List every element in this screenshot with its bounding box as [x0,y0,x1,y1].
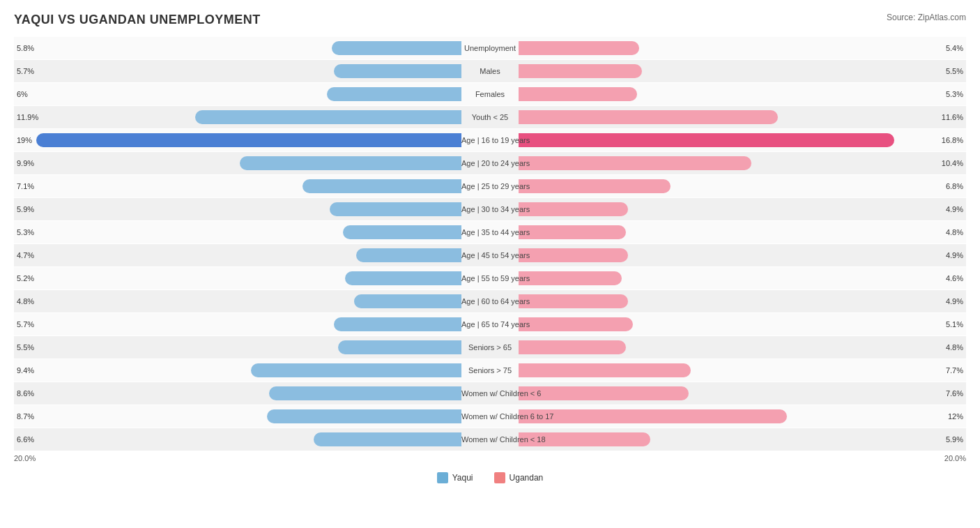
right-half: 11.6% [519,106,966,128]
left-half: 5.9% [14,198,461,220]
table-row: 5.5% Seniors > 65 4.8% [14,336,966,359]
left-bar [338,340,461,354]
left-value: 5.8% [17,44,34,52]
left-bar [36,133,461,147]
table-row: 7.1% Age | 25 to 29 years 6.8% [14,175,966,197]
axis-right: 20.0% [944,454,966,462]
table-row: 4.7% Age | 45 to 54 years 4.9% [14,244,966,266]
right-value: 5.5% [946,67,963,75]
right-value: 5.3% [946,90,963,98]
right-value: 7.7% [946,366,963,375]
table-row: 4.8% Age | 60 to 64 years 4.9% [14,290,966,312]
left-half: 11.9% [14,106,461,128]
right-bar [519,409,787,423]
chart-header: YAQUI VS UGANDAN UNEMPLOYMENT Source: Zi… [14,13,966,27]
right-value: 10.4% [942,159,963,167]
row-label: Age | 65 to 74 years [461,320,519,329]
left-half: 9.4% [14,359,461,382]
left-bar [354,294,461,308]
left-bar [240,156,461,170]
right-value: 5.9% [946,435,963,444]
right-half: 4.8% [519,221,966,243]
right-half: 7.7% [519,359,966,382]
right-value: 5.4% [946,44,963,52]
right-value: 16.8% [942,136,963,144]
right-half: 10.4% [519,152,966,174]
right-half: 5.3% [519,83,966,105]
left-bar [303,179,461,193]
right-half: 12% [519,405,966,428]
table-row: 8.6% Women w/ Children < 6 7.6% [14,382,966,405]
row-label: Age | 35 to 44 years [461,228,519,236]
row-label: Women w/ Children < 18 [461,435,519,444]
right-half: 6.8% [519,175,966,197]
right-bar [519,294,628,308]
right-value: 4.8% [946,228,963,236]
row-label: Females [461,90,519,98]
table-row: 9.9% Age | 20 to 24 years 10.4% [14,152,966,174]
left-bar [327,87,461,101]
left-bar [195,110,461,124]
left-value: 5.9% [17,205,34,213]
left-value: 5.7% [17,320,34,329]
right-bar [519,340,626,354]
left-value: 5.7% [17,67,34,75]
left-half: 7.1% [14,175,461,197]
table-row: 5.7% Age | 65 to 74 years 5.1% [14,313,966,335]
right-value: 4.8% [946,343,963,352]
left-value: 8.7% [17,412,34,421]
right-bar [519,156,751,170]
left-value: 9.4% [17,366,34,375]
right-value: 7.6% [946,389,963,398]
row-label: Youth < 25 [461,113,519,121]
axis-left: 20.0% [14,454,36,462]
right-half: 4.6% [519,267,966,289]
right-bar [519,363,691,377]
left-half: 9.9% [14,152,461,174]
left-value: 6% [17,90,28,98]
right-bar [519,133,894,147]
bars-container: 5.8% Unemployment 5.4% 5.7% Males 5.5% 6… [14,37,966,451]
table-row: 5.2% Age | 55 to 59 years 4.6% [14,267,966,289]
row-label: Age | 30 to 34 years [461,205,519,213]
chart-title: YAQUI VS UGANDAN UNEMPLOYMENT [14,13,261,27]
table-row: 11.9% Youth < 25 11.6% [14,106,966,128]
left-bar [314,432,461,446]
legend-ugandan-box [494,472,505,483]
legend-yaqui: Yaqui [437,472,473,483]
right-value: 4.9% [946,251,963,259]
legend-yaqui-label: Yaqui [452,473,473,483]
right-half: 5.5% [519,60,966,82]
left-half: 4.8% [14,290,461,312]
row-label: Seniors > 75 [461,366,519,375]
left-half: 5.2% [14,267,461,289]
left-bar [334,317,461,331]
right-bar [519,87,637,101]
right-bar [519,64,642,78]
right-bar [519,317,633,331]
left-bar [269,386,461,400]
chart-legend: Yaqui Ugandan [14,472,966,483]
left-value: 5.3% [17,228,34,236]
left-half: 5.5% [14,336,461,359]
row-label: Age | 16 to 19 years [461,136,519,144]
table-row: 5.3% Age | 35 to 44 years 4.8% [14,221,966,243]
right-value: 6.8% [946,182,963,190]
left-bar [345,271,461,285]
right-half: 4.9% [519,198,966,220]
left-value: 9.9% [17,159,34,167]
right-value: 11.6% [942,113,963,121]
chart-source: Source: ZipAtlas.com [887,13,966,22]
left-value: 5.5% [17,343,34,352]
right-half: 5.4% [519,37,966,59]
right-half: 4.8% [519,336,966,359]
right-bar [519,386,689,400]
right-bar [519,248,628,262]
table-row: 8.7% Women w/ Children 6 to 17 12% [14,405,966,428]
table-row: 19% Age | 16 to 19 years 16.8% [14,129,966,151]
left-half: 8.6% [14,382,461,405]
table-row: 5.7% Males 5.5% [14,60,966,82]
row-label: Males [461,67,519,75]
left-bar [251,363,461,377]
row-label: Seniors > 65 [461,343,519,352]
